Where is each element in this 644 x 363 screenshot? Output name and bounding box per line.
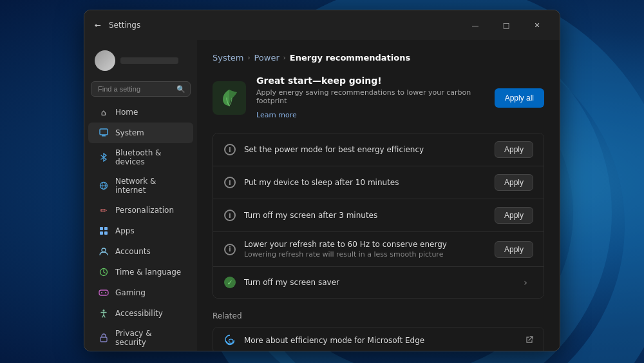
svg-rect-17 <box>100 337 107 342</box>
rec-title-sleep: Put my device to sleep after 10 minutes <box>244 178 487 187</box>
breadcrumb: System › Power › Energy recommendations <box>213 53 544 63</box>
rec-title-screen-off: Turn off my screen after 3 minutes <box>244 211 487 220</box>
rec-title-screen-saver: Turn off my screen saver <box>244 278 510 287</box>
sidebar-item-network[interactable]: Network & internet <box>88 172 193 200</box>
rec-text-power-mode: Set the power mode for best energy effic… <box>244 145 487 154</box>
breadcrumb-sep-2: › <box>283 54 286 61</box>
sidebar-item-apps[interactable]: Apps <box>88 221 193 241</box>
gaming-icon <box>99 288 109 298</box>
main-layout: 🔍 ⌂ Home System Bluetooth & devices <box>84 40 560 351</box>
content-area: System › Power › Energy recommendations <box>197 40 560 351</box>
sidebar-item-system-label: System <box>115 128 144 137</box>
rec-item-power-mode: i Set the power mode for best energy eff… <box>213 133 544 166</box>
username <box>120 57 178 64</box>
apps-icon <box>99 226 109 236</box>
apply-button-refresh-rate[interactable]: Apply <box>495 241 533 258</box>
avatar <box>95 50 115 71</box>
search-icon: 🔍 <box>176 85 185 93</box>
sidebar-item-privacy-label: Privacy & security <box>115 329 183 347</box>
rec-title-power-mode: Set the power mode for best energy effic… <box>244 145 487 154</box>
minimize-button[interactable]: — <box>460 15 490 35</box>
rec-text-sleep: Put my device to sleep after 10 minutes <box>244 178 487 187</box>
rec-text-screen-saver: Turn off my screen saver <box>244 278 510 287</box>
accounts-icon <box>99 246 109 257</box>
banner-title: Great start—keep going! <box>256 75 484 86</box>
svg-point-15 <box>103 309 105 311</box>
svg-point-9 <box>102 248 106 252</box>
breadcrumb-sep-1: › <box>247 54 250 61</box>
svg-rect-0 <box>100 129 108 135</box>
window-controls: — □ ✕ <box>460 15 552 35</box>
apply-button-sleep[interactable]: Apply <box>495 174 533 191</box>
rec-title-refresh-rate: Lower your refresh rate to 60 Hz to cons… <box>244 240 487 249</box>
leaf-icon-container <box>213 81 246 115</box>
svg-point-14 <box>105 292 106 293</box>
edge-icon <box>223 334 236 347</box>
sidebar-item-accounts[interactable]: Accounts <box>88 241 193 262</box>
title-bar: ← Settings — □ ✕ <box>84 10 560 40</box>
external-link-icon <box>526 336 533 346</box>
sidebar-item-privacy[interactable]: Privacy & security <box>88 324 193 351</box>
related-section: Related More about efficiency mode for M… <box>213 311 544 351</box>
sidebar-item-home[interactable]: ⌂ Home <box>88 102 193 123</box>
sidebar-item-personalization[interactable]: ✏ Personalization <box>88 200 193 221</box>
rec-item-screen-saver[interactable]: ✓ Turn off my screen saver › <box>213 267 544 298</box>
svg-rect-8 <box>104 231 108 235</box>
maximize-button[interactable]: □ <box>491 15 521 35</box>
breadcrumb-power[interactable]: Power <box>254 53 279 63</box>
breadcrumb-current: Energy recommendations <box>290 53 410 63</box>
search-container: 🔍 <box>91 81 191 97</box>
sidebar-item-bluetooth[interactable]: Bluetooth & devices <box>88 143 193 172</box>
related-item-edge-label: More about efficiency mode for Microsoft… <box>244 336 518 345</box>
rec-item-sleep: i Put my device to sleep after 10 minute… <box>213 166 544 199</box>
network-icon <box>99 181 109 191</box>
banner: Great start—keep going! Apply energy sav… <box>213 75 544 120</box>
learn-more-link[interactable]: Learn more <box>256 111 297 119</box>
rec-item-refresh-rate: i Lower your refresh rate to 60 Hz to co… <box>213 232 544 267</box>
sidebar-item-apps-label: Apps <box>115 226 135 235</box>
user-profile <box>84 45 197 81</box>
home-icon: ⌂ <box>99 107 109 117</box>
rec-item-screen-off: i Turn off my screen after 3 minutes App… <box>213 199 544 232</box>
breadcrumb-system[interactable]: System <box>213 53 243 63</box>
sidebar-item-time[interactable]: Time & language <box>88 262 193 282</box>
sidebar-item-time-label: Time & language <box>115 268 181 277</box>
window-title: Settings <box>109 21 140 30</box>
sidebar-item-network-label: Network & internet <box>115 177 183 195</box>
accessibility-icon <box>99 308 109 319</box>
sidebar: 🔍 ⌂ Home System Bluetooth & devices <box>84 40 197 351</box>
rec-icon-refresh-rate: i <box>223 243 236 256</box>
rec-subtitle-refresh-rate: Lowering refresh rate will result in a l… <box>244 250 487 259</box>
apply-all-button[interactable]: Apply all <box>495 88 544 108</box>
time-icon <box>99 267 109 277</box>
search-input[interactable] <box>91 81 191 97</box>
system-icon <box>99 128 109 138</box>
svg-rect-11 <box>99 290 108 295</box>
bluetooth-icon <box>99 152 109 162</box>
apply-button-screen-off[interactable]: Apply <box>495 207 533 224</box>
sidebar-item-gaming[interactable]: Gaming <box>88 282 193 303</box>
personalization-icon: ✏ <box>99 205 109 215</box>
apply-button-power-mode[interactable]: Apply <box>495 141 533 158</box>
title-back-button[interactable]: ← <box>92 19 104 31</box>
banner-subtitle: Apply energy saving recommendations to l… <box>256 88 484 105</box>
svg-rect-6 <box>104 227 108 230</box>
rec-icon-screen-off: i <box>223 209 236 222</box>
sidebar-item-accessibility-label: Accessibility <box>115 309 163 318</box>
rec-icon-screen-saver: ✓ <box>223 276 236 289</box>
sidebar-item-gaming-label: Gaming <box>115 288 146 297</box>
svg-rect-5 <box>100 227 103 230</box>
sidebar-item-personalization-label: Personalization <box>115 206 174 215</box>
svg-rect-1 <box>102 135 106 137</box>
svg-rect-7 <box>100 231 103 235</box>
close-button[interactable]: ✕ <box>522 15 552 35</box>
sidebar-item-accounts-label: Accounts <box>115 247 151 256</box>
sidebar-item-system[interactable]: System <box>88 123 193 143</box>
sidebar-item-home-label: Home <box>115 108 138 117</box>
chevron-right-icon[interactable]: › <box>518 275 533 290</box>
sidebar-item-bluetooth-label: Bluetooth & devices <box>115 148 183 166</box>
related-item-edge[interactable]: More about efficiency mode for Microsoft… <box>213 327 544 351</box>
sidebar-item-accessibility[interactable]: Accessibility <box>88 303 193 324</box>
settings-window: ← Settings — □ ✕ 🔍 ⌂ <box>84 10 560 351</box>
privacy-icon <box>99 333 109 343</box>
